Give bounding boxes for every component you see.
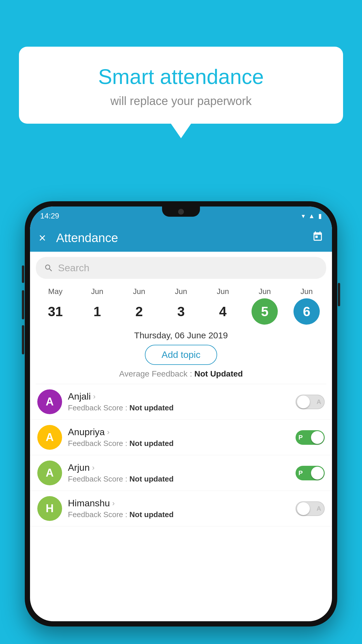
student-name[interactable]: Himanshu › [68, 498, 290, 509]
volume-up-button [22, 290, 24, 319]
calendar-icon[interactable] [312, 231, 323, 245]
feedback-value: Not updated [129, 403, 174, 412]
attendance-toggle[interactable]: P [296, 466, 325, 480]
student-name[interactable]: Arjun › [68, 462, 290, 473]
power-button [338, 283, 340, 306]
phone-mockup: 14:29 ▾ ▲ ▮ × Attendance Search [25, 201, 337, 626]
toggle-label: A [317, 398, 321, 406]
toggle-circle [311, 431, 324, 444]
chevron-icon: › [93, 392, 96, 401]
add-topic-button[interactable]: Add topic [145, 345, 217, 365]
toggle-circle [297, 396, 310, 408]
status-time: 14:29 [40, 211, 59, 220]
battery-icon: ▮ [318, 212, 322, 220]
day-number-label: 3 [168, 298, 194, 325]
student-name[interactable]: Anjali › [68, 391, 290, 402]
student-item: AAnjali ›Feedback Score : Not updatedA [30, 384, 332, 420]
day-month-label: Jun [217, 287, 229, 296]
student-info: Anupriya ›Feedback Score : Not updated [68, 427, 290, 448]
student-name[interactable]: Anupriya › [68, 427, 290, 438]
toggle-circle [297, 502, 310, 515]
calendar-day-6[interactable]: Jun6 [292, 287, 321, 325]
student-item: HHimanshu ›Feedback Score : Not updatedA [30, 491, 332, 526]
student-list: AAnjali ›Feedback Score : Not updatedAAA… [30, 384, 332, 526]
day-number-label: 31 [42, 298, 68, 325]
feedback-value: Not updated [129, 475, 174, 483]
search-bar[interactable]: Search [36, 257, 326, 279]
speech-bubble-subtitle: will replace your paperwork [34, 94, 328, 108]
day-month-label: Jun [301, 287, 313, 296]
day-month-label: Jun [259, 287, 271, 296]
search-icon [44, 263, 53, 273]
phone-screen: 14:29 ▾ ▲ ▮ × Attendance Search [30, 206, 332, 621]
chevron-icon: › [107, 428, 110, 437]
app-bar: × Attendance [30, 224, 332, 252]
speech-bubble-title: Smart attendance [34, 64, 328, 89]
front-camera [178, 209, 184, 215]
mute-button [22, 265, 24, 283]
signal-icon: ▲ [308, 212, 315, 220]
day-month-label: May [48, 287, 62, 296]
chevron-icon: › [112, 499, 115, 508]
attendance-toggle[interactable]: A [296, 501, 325, 516]
calendar-strip: May31Jun1Jun2Jun3Jun4Jun5Jun6 [30, 284, 332, 329]
day-number-label: 6 [294, 298, 320, 325]
feedback-value: Not updated [129, 510, 174, 519]
avg-feedback-value: Not Updated [194, 369, 243, 378]
day-number-label: 4 [210, 298, 236, 325]
calendar-day-3[interactable]: Jun3 [166, 287, 196, 325]
close-button[interactable]: × [39, 231, 46, 245]
search-placeholder: Search [58, 262, 89, 274]
day-number-label: 1 [84, 298, 110, 325]
calendar-day-5[interactable]: Jun5 [250, 287, 279, 325]
attendance-toggle[interactable]: A [296, 395, 325, 409]
student-info: Anjali ›Feedback Score : Not updated [68, 391, 290, 412]
toggle-label: P [298, 434, 303, 441]
toggle-label: P [298, 469, 303, 477]
speech-bubble: Smart attendance will replace your paper… [19, 47, 343, 124]
day-month-label: Jun [91, 287, 103, 296]
calendar-day-4[interactable]: Jun4 [208, 287, 238, 325]
volume-down-button [22, 325, 24, 354]
avatar: H [37, 496, 62, 521]
app-title: Attendance [53, 231, 305, 245]
day-number-label: 5 [252, 298, 278, 325]
chevron-icon: › [92, 463, 95, 472]
student-feedback: Feedback Score : Not updated [68, 510, 290, 519]
student-info: Arjun ›Feedback Score : Not updated [68, 462, 290, 484]
student-feedback: Feedback Score : Not updated [68, 439, 290, 448]
student-item: AAnupriya ›Feedback Score : Not updatedP [30, 420, 332, 455]
avatar: A [37, 461, 62, 485]
day-month-label: Jun [133, 287, 145, 296]
avg-feedback-label: Average Feedback : [119, 369, 194, 378]
avatar: A [37, 389, 62, 414]
day-number-label: 2 [126, 298, 152, 325]
calendar-day-31[interactable]: May31 [41, 287, 70, 325]
attendance-toggle[interactable]: P [296, 430, 325, 445]
student-item: AArjun ›Feedback Score : Not updatedP [30, 455, 332, 491]
avatar: A [37, 425, 62, 450]
calendar-day-2[interactable]: Jun2 [124, 287, 154, 325]
student-info: Himanshu ›Feedback Score : Not updated [68, 498, 290, 519]
selected-date-label: Thursday, 06 June 2019 [30, 329, 332, 345]
feedback-value: Not updated [129, 439, 174, 448]
student-feedback: Feedback Score : Not updated [68, 403, 290, 412]
wifi-icon: ▾ [302, 212, 305, 220]
student-feedback: Feedback Score : Not updated [68, 475, 290, 484]
status-icons: ▾ ▲ ▮ [302, 212, 322, 220]
day-month-label: Jun [175, 287, 187, 296]
toggle-circle [311, 467, 324, 480]
average-feedback: Average Feedback : Not Updated [30, 369, 332, 379]
phone-notch [162, 206, 200, 217]
toggle-label: A [317, 505, 321, 512]
calendar-day-1[interactable]: Jun1 [83, 287, 112, 325]
